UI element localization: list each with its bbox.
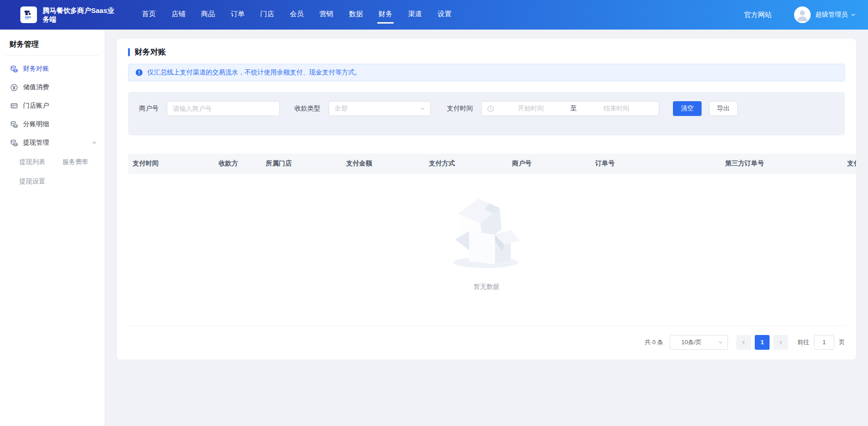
sidebar-subitem-withdraw-list[interactable]: 提现列表 — [19, 152, 61, 171]
page-unit-label: 页 — [839, 338, 845, 347]
nav-item-goods[interactable]: 商品 — [193, 0, 223, 30]
app-logo-icon — [20, 6, 37, 23]
filter-panel: 商户号 收款类型 全部 支付时间 开始时间 至 结束时间 清空 导出 — [128, 92, 845, 135]
clock-icon — [487, 105, 494, 112]
sidebar-item-split-detail[interactable]: 分账明细 — [0, 115, 104, 134]
sidebar-item-stored-value[interactable]: 储值消费 — [0, 78, 104, 97]
user-name: 超级管理员 — [815, 11, 848, 19]
chevron-left-icon — [741, 340, 746, 345]
column-header-amount: 支付金额 — [342, 159, 424, 168]
nav-item-stores[interactable]: 门店 — [252, 0, 282, 30]
ledger-icon — [10, 121, 18, 128]
sidebar-item-label: 门店账户 — [23, 102, 49, 110]
page-title: 财务对账 — [134, 47, 166, 57]
user-menu[interactable]: 超级管理员 — [794, 6, 856, 23]
info-alert: 仅汇总线上支付渠道的交易流水，不统计使用余额支付、现金支付等方式。 — [128, 64, 845, 81]
filter-row: 商户号 收款类型 全部 支付时间 开始时间 至 结束时间 清空 导出 — [139, 101, 738, 116]
nav-item-marketing[interactable]: 营销 — [312, 0, 341, 30]
withdraw-sub-row-1: 提现列表 服务费率 — [0, 152, 104, 171]
empty-state: 暂无数据 — [128, 174, 845, 326]
top-navbar: 腾马餐饮多商户Saas业务端 首页 店铺 商品 订单 门店 会员 营销 数据 财… — [0, 0, 868, 30]
sidebar-item-reconciliation[interactable]: 财务对账 — [0, 60, 104, 78]
empty-text: 暂无数据 — [474, 283, 500, 291]
chevron-down-icon — [850, 12, 856, 18]
goto-page-input[interactable] — [814, 335, 834, 350]
payment-time-label: 支付时间 — [447, 104, 473, 113]
column-header-pay-method: 支付方式 — [424, 159, 507, 168]
page-title-row: 财务对账 — [128, 39, 845, 57]
column-header-third-party-order-id: 第三方订单号 — [721, 159, 843, 168]
payment-type-label: 收款类型 — [294, 104, 320, 113]
chevron-right-icon — [778, 340, 783, 345]
merchant-id-input[interactable] — [167, 101, 280, 116]
nav-item-finance[interactable]: 财务 — [371, 0, 400, 30]
sidebar-subitem-withdraw-settings[interactable]: 提现设置 — [19, 171, 62, 191]
nav-item-channels[interactable]: 渠道 — [400, 0, 430, 30]
chevron-down-icon — [717, 339, 724, 346]
column-header-payee: 收款方 — [214, 159, 261, 168]
sidebar-item-label: 分账明细 — [23, 120, 49, 128]
clear-button[interactable]: 清空 — [673, 101, 702, 116]
goto-label: 前往 — [797, 338, 809, 347]
sidebar-title: 财务管理 — [0, 30, 104, 49]
sidebar-subitem-service-fee-rate[interactable]: 服务费率 — [62, 152, 104, 171]
sidebar-menu: 财务对账 储值消费 门店账户 — [0, 56, 104, 191]
content-card: 财务对账 仅汇总线上支付渠道的交易流水，不统计使用余额支付、现金支付等方式。 商… — [117, 39, 856, 359]
page-size-select[interactable]: 10条/页 — [670, 335, 728, 350]
sidebar-item-store-account[interactable]: 门店账户 — [0, 97, 104, 115]
logo-glyph — [23, 9, 35, 21]
chevron-down-icon — [419, 105, 426, 112]
payment-type-select[interactable]: 全部 — [329, 101, 431, 116]
person-icon — [794, 6, 811, 23]
pagination: 共 0 条 10条/页 1 前往 页 — [128, 326, 845, 358]
official-site-link[interactable]: 官方网站 — [744, 11, 772, 19]
export-button[interactable]: 导出 — [709, 101, 738, 116]
withdraw-sub-row-2: 提现设置 — [0, 171, 104, 191]
title-accent-bar — [128, 48, 130, 56]
column-header-order-id: 订单号 — [591, 159, 721, 168]
sidebar-item-label: 财务对账 — [23, 65, 49, 73]
current-page-button[interactable]: 1 — [755, 335, 770, 350]
prev-page-button[interactable] — [736, 335, 751, 350]
nav-item-data[interactable]: 数据 — [341, 0, 371, 30]
column-header-merchant-id: 商户号 — [507, 159, 591, 168]
account-card-icon — [10, 102, 18, 110]
user-avatar — [794, 6, 811, 23]
page-size-value: 10条/页 — [681, 338, 717, 347]
column-header-pay-status: 支付状态 — [843, 159, 856, 168]
end-time-placeholder: 结束时间 — [580, 104, 653, 113]
total-count: 共 0 条 — [645, 338, 663, 347]
app-title: 腾马餐饮多商户Saas业务端 — [43, 6, 116, 24]
info-icon — [135, 69, 143, 76]
payment-type-value: 全部 — [335, 104, 419, 113]
table-header-row: 支付时间 收款方 所属门店 支付金额 支付方式 商户号 订单号 第三方订单号 支… — [128, 153, 856, 174]
merchant-id-label: 商户号 — [139, 104, 159, 113]
nav-item-shop[interactable]: 店铺 — [164, 0, 193, 30]
ledger-icon — [10, 65, 18, 73]
alert-text: 仅汇总线上支付渠道的交易流水，不统计使用余额支付、现金支付等方式。 — [147, 68, 361, 77]
empty-box-illustration — [445, 193, 528, 271]
chevron-up-icon — [92, 140, 97, 146]
ledger-icon — [10, 139, 18, 147]
main-nav: 首页 店铺 商品 订单 门店 会员 营销 数据 财务 渠道 设置 — [134, 0, 459, 30]
column-header-store: 所属门店 — [261, 159, 342, 168]
start-time-placeholder: 开始时间 — [494, 104, 568, 113]
sidebar-item-label: 储值消费 — [23, 83, 49, 91]
column-header-pay-time: 支付时间 — [128, 159, 214, 168]
navbar-right: 官方网站 超级管理员 — [744, 6, 856, 23]
yen-circle-icon — [10, 84, 18, 91]
next-page-button[interactable] — [773, 335, 788, 350]
sidebar-item-withdraw-management[interactable]: 提现管理 — [0, 134, 104, 152]
sidebar-item-label: 提现管理 — [23, 139, 49, 147]
nav-item-home[interactable]: 首页 — [134, 0, 164, 30]
nav-item-members[interactable]: 会员 — [282, 0, 312, 30]
range-separator: 至 — [568, 104, 580, 113]
sidebar: 财务管理 财务对账 储值消费 — [0, 30, 104, 426]
nav-item-settings[interactable]: 设置 — [430, 0, 459, 30]
payment-time-range-picker[interactable]: 开始时间 至 结束时间 — [481, 101, 659, 116]
app-brand: 腾马餐饮多商户Saas业务端 — [20, 6, 116, 24]
nav-item-orders[interactable]: 订单 — [223, 0, 252, 30]
